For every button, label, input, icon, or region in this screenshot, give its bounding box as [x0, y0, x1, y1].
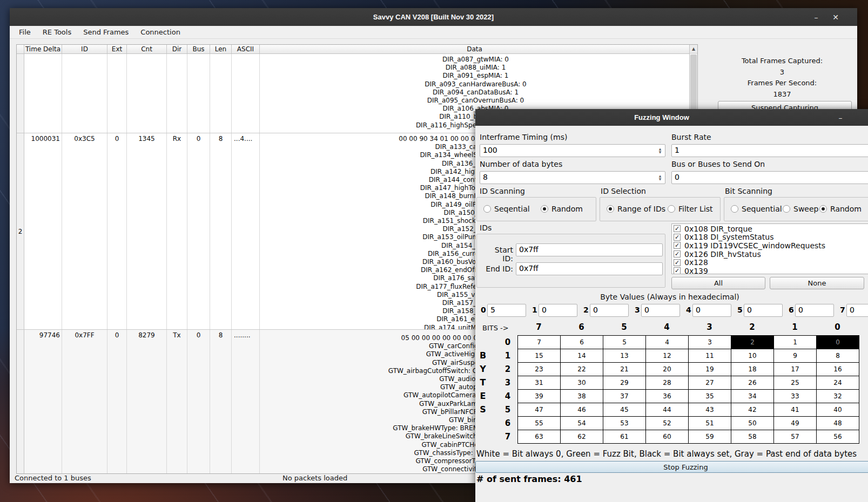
radio-random[interactable]: Random: [541, 205, 583, 213]
bit-cell-44[interactable]: 44: [646, 403, 689, 417]
radio-filter-list[interactable]: Filter List: [668, 205, 713, 213]
bit-cell-13[interactable]: 13: [603, 349, 646, 363]
data-bytes-input[interactable]: 8 ▲▼: [480, 171, 665, 184]
column-header-len[interactable]: Len: [210, 45, 232, 53]
main-title-bar[interactable]: Savvy CAN V208 [Built Nov 30 2022]: [10, 8, 857, 26]
radio-icon[interactable]: [483, 205, 491, 213]
end-id-input[interactable]: 0x7ff: [516, 262, 663, 275]
bit-cell-3[interactable]: 3: [689, 336, 731, 349]
column-header-bus[interactable]: Bus: [187, 45, 210, 53]
menu-file[interactable]: File: [13, 26, 37, 38]
bit-cell-39[interactable]: 39: [518, 390, 561, 403]
scrollbar-thumb[interactable]: [690, 55, 697, 114]
bit-cell-26[interactable]: 26: [731, 376, 774, 390]
burst-rate-input[interactable]: 1: [671, 144, 868, 157]
bit-cell-23[interactable]: 23: [518, 363, 561, 376]
id-list-item[interactable]: ✓0x108 DIR_torque: [674, 225, 868, 233]
fuzzing-title-bar[interactable]: Fuzzing Window: [475, 109, 868, 126]
bit-cell-49[interactable]: 49: [774, 417, 817, 430]
bit-cell-29[interactable]: 29: [603, 376, 646, 390]
select-all-button[interactable]: All: [671, 277, 765, 289]
bit-cell-11[interactable]: 11: [689, 349, 731, 363]
select-none-button[interactable]: None: [770, 277, 864, 289]
id-list-item[interactable]: ✓0x139: [674, 267, 868, 274]
checkbox-icon[interactable]: ✓: [674, 242, 681, 249]
radio-icon[interactable]: [783, 205, 790, 213]
column-header-id[interactable]: ID: [62, 45, 107, 53]
byte-value-input-4[interactable]: 0: [692, 304, 731, 317]
checkbox-icon[interactable]: ✓: [674, 250, 681, 257]
bit-cell-7[interactable]: 7: [518, 336, 561, 349]
radio-icon[interactable]: [541, 205, 548, 213]
bit-cell-27[interactable]: 27: [689, 376, 731, 390]
stop-fuzzing-button[interactable]: Stop Fuzzing: [475, 461, 868, 473]
radio-seqential[interactable]: Seqential: [483, 205, 530, 213]
id-list-item[interactable]: ✓0x128: [674, 258, 868, 267]
bit-cell-12[interactable]: 12: [646, 349, 689, 363]
bit-cell-0[interactable]: 0: [817, 336, 859, 349]
bit-cell-22[interactable]: 22: [561, 363, 603, 376]
bit-cell-8[interactable]: 8: [817, 349, 859, 363]
column-header-time-delta[interactable]: Time Delta: [24, 45, 62, 53]
bit-cell-9[interactable]: 9: [774, 349, 817, 363]
bit-cell-55[interactable]: 55: [518, 417, 561, 430]
bit-cell-47[interactable]: 47: [518, 403, 561, 417]
bit-cell-37[interactable]: 37: [603, 390, 646, 403]
bit-cell-21[interactable]: 21: [603, 363, 646, 376]
id-list-item[interactable]: ✓0x126 DIR_hvStatus: [674, 250, 868, 259]
bit-cell-17[interactable]: 17: [774, 363, 817, 376]
byte-value-input-5[interactable]: 0: [744, 304, 783, 317]
byte-value-input-3[interactable]: 0: [641, 304, 680, 317]
bit-cell-1[interactable]: 1: [774, 336, 817, 349]
bit-cell-59[interactable]: 59: [689, 430, 731, 444]
checkbox-icon[interactable]: ✓: [674, 267, 681, 274]
bit-cell-38[interactable]: 38: [561, 390, 603, 403]
minimize-button[interactable]: –: [809, 8, 824, 26]
menu-re-tools[interactable]: RE Tools: [37, 26, 77, 38]
bit-cell-35[interactable]: 35: [689, 390, 731, 403]
radio-icon[interactable]: [819, 205, 827, 213]
checkbox-icon[interactable]: ✓: [674, 259, 681, 266]
byte-value-input-6[interactable]: 0: [795, 304, 834, 317]
radio-range-of-ids[interactable]: Range of IDs: [607, 205, 665, 213]
checkbox-icon[interactable]: ✓: [674, 225, 681, 232]
bit-cell-54[interactable]: 54: [561, 417, 603, 430]
bit-cell-33[interactable]: 33: [774, 390, 817, 403]
bit-cell-25[interactable]: 25: [774, 376, 817, 390]
menu-send-frames[interactable]: Send Frames: [77, 26, 134, 38]
bit-cell-4[interactable]: 4: [646, 336, 689, 349]
spinner-arrows-icon[interactable]: ▲▼: [656, 146, 664, 155]
bit-cell-51[interactable]: 51: [689, 417, 731, 430]
bit-cell-41[interactable]: 41: [774, 403, 817, 417]
bit-cell-19[interactable]: 19: [689, 363, 731, 376]
id-list-item[interactable]: ✓0x119 ID119VCSEC_windowRequests: [674, 241, 868, 250]
bit-cell-30[interactable]: 30: [561, 376, 603, 390]
bit-cell-24[interactable]: 24: [817, 376, 859, 390]
bit-cell-5[interactable]: 5: [603, 336, 646, 349]
column-header-ascii[interactable]: ASCII: [232, 45, 260, 53]
bit-cell-18[interactable]: 18: [731, 363, 774, 376]
byte-value-input-7[interactable]: 0: [846, 304, 868, 317]
radio-sweep[interactable]: Sweep: [783, 205, 818, 213]
byte-value-input-1[interactable]: 0: [539, 304, 577, 317]
bit-cell-2[interactable]: 2: [731, 336, 774, 349]
start-id-input[interactable]: 0x7ff: [516, 243, 663, 256]
scroll-up-icon[interactable]: ▲: [690, 45, 697, 53]
interframe-timing-input[interactable]: 100 ▲▼: [480, 144, 665, 157]
bit-cell-61[interactable]: 61: [603, 430, 646, 444]
bit-cell-36[interactable]: 36: [646, 390, 689, 403]
column-header-ext[interactable]: Ext: [107, 45, 127, 53]
bit-cell-40[interactable]: 40: [817, 403, 859, 417]
bit-cell-45[interactable]: 45: [603, 403, 646, 417]
radio-icon[interactable]: [668, 205, 675, 213]
radio-icon[interactable]: [731, 205, 738, 213]
column-header-dir[interactable]: Dir: [167, 45, 187, 53]
bit-cell-28[interactable]: 28: [646, 376, 689, 390]
bit-cell-58[interactable]: 58: [731, 430, 774, 444]
bit-cell-16[interactable]: 16: [817, 363, 859, 376]
bit-cell-43[interactable]: 43: [689, 403, 731, 417]
column-header-cnt[interactable]: Cnt: [127, 45, 167, 53]
bit-cell-56[interactable]: 56: [817, 430, 859, 444]
fuzzing-minimize-button[interactable]: –: [833, 109, 848, 126]
bit-cell-52[interactable]: 52: [646, 417, 689, 430]
